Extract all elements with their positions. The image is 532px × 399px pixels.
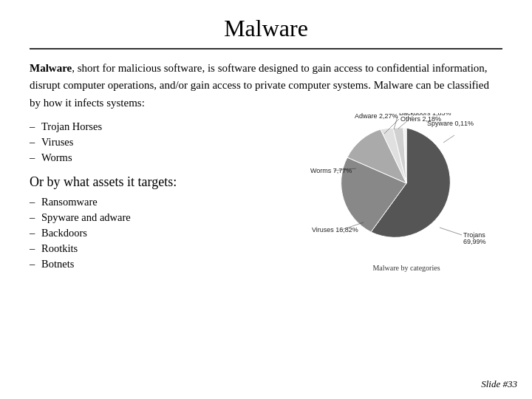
list-dash: –	[30, 120, 37, 133]
list-dash: –	[30, 258, 37, 270]
list-label: Botnets	[41, 258, 74, 270]
list-label: Viruses	[41, 136, 73, 149]
svg-text:69,99%: 69,99%	[463, 238, 486, 245]
content-area: – Trojan Horses – Viruses – Worms Or by …	[30, 120, 502, 273]
list-label: Spyware and adware	[41, 211, 131, 224]
list-item: – Botnets	[30, 258, 296, 270]
slide: Malware Malware, short for malicious sof…	[0, 0, 532, 399]
chart-area: Trojans 69,99% Viruses 16,82% Worms 7,77…	[310, 113, 502, 272]
pie-chart: Trojans 69,99% Viruses 16,82% Worms 7,77…	[310, 113, 502, 261]
svg-text:Worms 7,77%: Worms 7,77%	[310, 167, 352, 174]
list-dash: –	[30, 242, 37, 255]
list-dash: –	[30, 196, 37, 208]
svg-line-0	[440, 228, 462, 235]
list-item: – Trojan Horses	[30, 120, 296, 133]
list-item: – Spyware and adware	[30, 211, 296, 224]
list-item: – Viruses	[30, 136, 296, 149]
intro-bold-word: Malware	[30, 62, 72, 74]
list-label: Ransomware	[41, 196, 98, 208]
slide-number: Slide #33	[481, 378, 517, 390]
list-item: – Rootkits	[30, 242, 296, 255]
intro-paragraph: Malware, short for malicious software, i…	[30, 60, 502, 112]
list-dash: –	[30, 151, 37, 164]
intro-rest: , short for malicious software, is softw…	[30, 62, 489, 109]
list-item: – Ransomware	[30, 196, 296, 208]
list-label: Trojan Horses	[41, 120, 102, 133]
svg-line-13	[443, 135, 454, 143]
list-label: Worms	[41, 151, 72, 164]
svg-text:Viruses 16,82%: Viruses 16,82%	[312, 226, 358, 233]
list-dash: –	[30, 136, 37, 149]
chart-title: Malware by categories	[310, 264, 502, 272]
list-dash: –	[30, 211, 37, 224]
assets-heading: Or by what assets it targets:	[30, 174, 296, 190]
title-divider	[30, 48, 502, 50]
list-dash: –	[30, 227, 37, 239]
left-content: – Trojan Horses – Viruses – Worms Or by …	[30, 120, 310, 273]
page-title: Malware	[30, 15, 502, 42]
svg-text:Spyware 0,11%: Spyware 0,11%	[427, 120, 474, 127]
list-label: Backdoors	[41, 227, 87, 239]
list-item: – Worms	[30, 151, 296, 164]
list-label: Rootkits	[41, 242, 78, 255]
list-item: – Backdoors	[30, 227, 296, 239]
svg-text:Backdoors 1,85%: Backdoors 1,85%	[399, 113, 451, 117]
svg-text:Adware 2,27%: Adware 2,27%	[355, 113, 398, 120]
